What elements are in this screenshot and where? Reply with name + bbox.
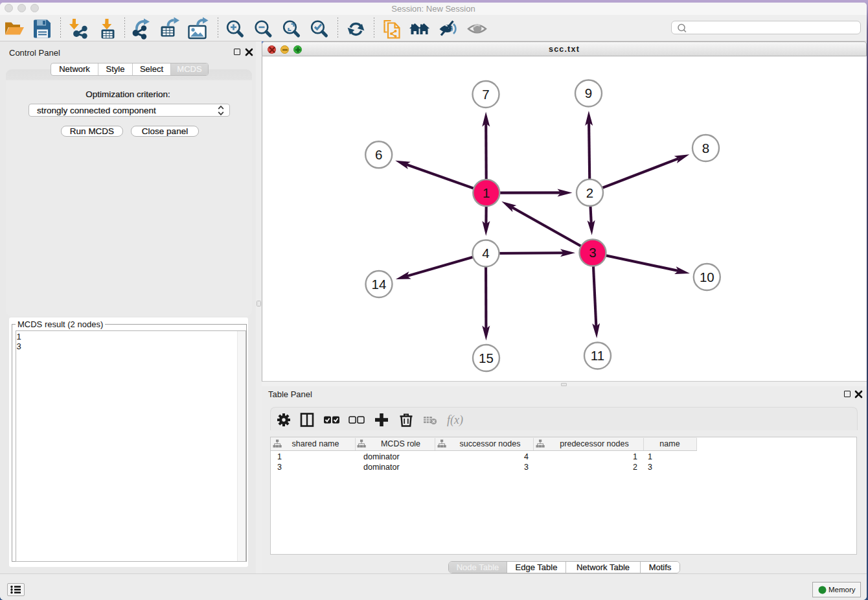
svg-text:2: 2 xyxy=(586,185,593,200)
svg-text:1: 1 xyxy=(483,185,490,200)
svg-text:15: 15 xyxy=(479,351,494,365)
svg-text:3: 3 xyxy=(589,245,596,260)
svg-text:11: 11 xyxy=(591,348,604,363)
svg-text:10: 10 xyxy=(700,270,714,284)
svg-text:4: 4 xyxy=(482,246,489,260)
svg-text:8: 8 xyxy=(702,141,709,156)
svg-text:6: 6 xyxy=(375,147,382,162)
svg-text:f(x): f(x) xyxy=(447,413,463,427)
svg-text:14: 14 xyxy=(372,277,387,292)
svg-text:9: 9 xyxy=(585,86,592,100)
svg-text:7: 7 xyxy=(482,87,489,102)
